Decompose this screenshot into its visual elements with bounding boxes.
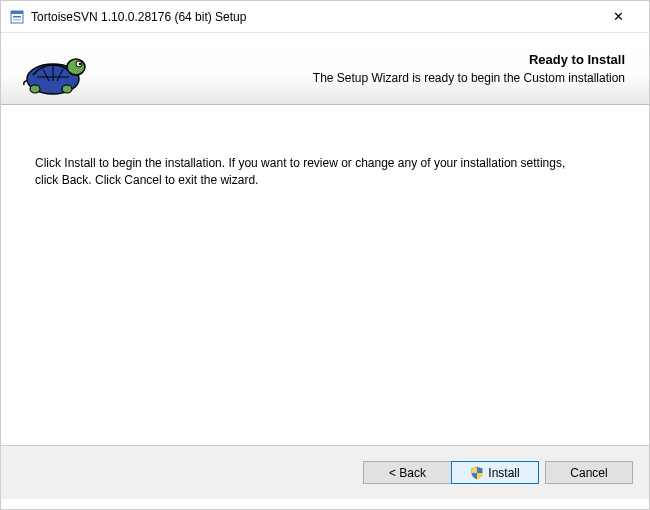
instruction-text: Click Install to begin the installation.… <box>35 155 575 189</box>
shield-icon <box>470 466 484 480</box>
cancel-button[interactable]: Cancel <box>545 461 633 484</box>
header-subtitle: The Setup Wizard is ready to begin the C… <box>105 71 625 85</box>
svg-point-9 <box>62 85 72 93</box>
header-banner: Ready to Install The Setup Wizard is rea… <box>1 33 649 105</box>
window-title: TortoiseSVN 1.10.0.28176 (64 bit) Setup <box>31 10 596 24</box>
footer: < Back Install Cancel <box>1 445 649 499</box>
svg-rect-2 <box>13 16 21 18</box>
back-button[interactable]: < Back <box>363 461 451 484</box>
close-icon: ✕ <box>613 9 624 24</box>
content-area: Click Install to begin the installation.… <box>1 105 649 445</box>
svg-rect-3 <box>13 19 21 21</box>
install-button-label: Install <box>488 466 519 480</box>
tortoise-logo-icon <box>13 37 93 101</box>
svg-rect-1 <box>11 11 23 14</box>
svg-point-7 <box>79 62 82 65</box>
svg-point-5 <box>67 59 85 75</box>
back-button-label: < Back <box>389 466 426 480</box>
svg-point-8 <box>30 85 40 93</box>
cancel-button-label: Cancel <box>570 466 607 480</box>
install-button[interactable]: Install <box>451 461 539 484</box>
installer-icon <box>9 9 25 25</box>
close-button[interactable]: ✕ <box>596 2 641 32</box>
header-title: Ready to Install <box>105 52 625 67</box>
titlebar: TortoiseSVN 1.10.0.28176 (64 bit) Setup … <box>1 1 649 33</box>
